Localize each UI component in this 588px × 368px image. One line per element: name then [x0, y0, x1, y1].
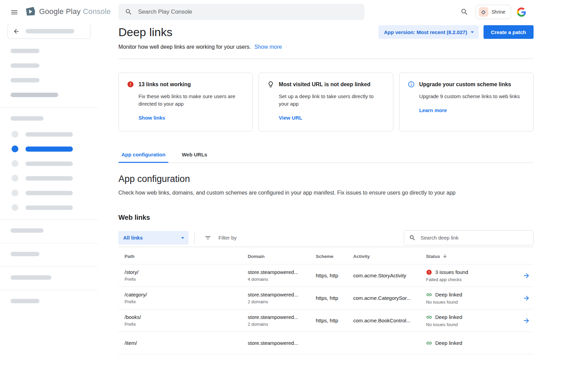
skeleton-bar [11, 116, 44, 121]
page-title: Deep links [118, 26, 173, 39]
domain-value: store.steampowered... [248, 340, 316, 346]
column-header-status[interactable]: Status [426, 248, 513, 264]
logo-text-primary: Google Play [39, 7, 81, 16]
card-body: Upgrade 9 custom scheme links to web lin… [419, 93, 525, 100]
skeleton-bar [26, 176, 73, 181]
global-search[interactable] [118, 4, 364, 20]
path-value: /category/ [125, 292, 248, 297]
app-version-dropdown[interactable]: App version: Most recent (8.2.027) [378, 25, 478, 39]
card-upgrade-scheme-links: Upgrade your custom scheme links Upgrade… [399, 73, 534, 132]
sidebar-item[interactable] [12, 189, 98, 196]
skeleton-bar [11, 299, 39, 303]
activity-value: com.acme.StoryActivity [353, 264, 426, 287]
skeleton-bar [26, 29, 74, 33]
skeleton-bar [11, 275, 51, 280]
search-icon [125, 8, 132, 16]
status-detail: No issues found [426, 300, 513, 305]
skeleton-dot [12, 131, 18, 138]
row-arrow-icon[interactable] [521, 271, 532, 281]
link-icon [426, 340, 432, 346]
card-body: Fix these web links to make sure users a… [138, 93, 244, 108]
path-type: Prefix [125, 299, 248, 304]
play-console-logo-icon [24, 6, 36, 17]
sidebar-item-selected[interactable] [12, 145, 98, 152]
table-toolbar: All links Filter by [118, 229, 534, 247]
status-value: 3 issues found [435, 269, 468, 275]
links-filter-value: All links [123, 235, 143, 241]
domain-count: 2 domains [248, 322, 316, 327]
main-content: Deep links App version: Most recent (8.2… [98, 24, 588, 368]
skeleton-bar [11, 49, 39, 53]
table-row[interactable]: /item/ store.steampowered... Deep linked [118, 332, 534, 354]
status-value: Deep linked [435, 314, 462, 320]
column-header-path[interactable]: Path [118, 248, 248, 264]
column-header-scheme[interactable]: Scheme [316, 248, 353, 264]
domain-count: 4 domains [248, 277, 316, 282]
sort-descending-icon[interactable] [442, 254, 447, 259]
link-icon [426, 314, 432, 320]
sidebar-divider [0, 243, 98, 243]
menu-icon[interactable] [10, 7, 19, 17]
sidebar-item[interactable] [12, 160, 98, 167]
table-row[interactable]: /books/Prefix store.steampowered...2 dom… [118, 309, 534, 332]
insight-cards: 13 links not working Fix these web links… [118, 73, 534, 132]
sidebar-divider [0, 266, 98, 267]
skeleton-dot [12, 145, 18, 152]
row-arrow-icon[interactable] [521, 293, 532, 303]
card-most-visited-url: Most visited URL is not deep linked Set … [259, 73, 393, 132]
table-row[interactable]: /story/Prefix store.steampowered...4 dom… [118, 264, 534, 287]
sidebar [0, 20, 98, 368]
domain-value: store.steampowered... [248, 269, 316, 275]
global-search-input[interactable] [137, 8, 358, 16]
sidebar-item[interactable] [12, 175, 98, 182]
section-title: App configuration [118, 174, 534, 184]
page-subtitle: Monitor how well deep links are working … [118, 44, 251, 50]
card-links-not-working: 13 links not working Fix these web links… [118, 73, 253, 132]
search-icon[interactable] [459, 6, 470, 17]
deep-link-search[interactable] [404, 230, 534, 245]
skeleton-dot [12, 204, 18, 211]
table-header-row: Path Domain Scheme Activity Status [118, 248, 534, 264]
scheme-value: https, http [316, 309, 353, 332]
sidebar-item[interactable] [12, 204, 98, 211]
chevron-down-icon [469, 28, 476, 36]
create-patch-button[interactable]: Create a patch [484, 25, 534, 39]
app-selector-chip[interactable]: ◇ Shrine [476, 5, 511, 19]
column-header-domain[interactable]: Domain [248, 248, 316, 264]
path-type: Prefix [125, 322, 248, 327]
skeleton-bar [11, 93, 58, 97]
skeleton-bar [26, 147, 73, 152]
card-title: 13 links not working [138, 81, 191, 88]
domain-value: store.steampowered... [248, 314, 316, 320]
links-filter-dropdown[interactable]: All links [118, 231, 189, 245]
status-detail: No issues found [426, 322, 513, 327]
table-row[interactable]: /category/Prefix store.steampowered...2 … [118, 287, 534, 309]
show-links-link[interactable]: Show links [138, 115, 165, 121]
skeleton-bar [11, 63, 39, 68]
show-more-link[interactable]: Show more [255, 44, 282, 50]
web-links-heading: Web links [118, 214, 534, 221]
tab-web-urls[interactable]: Web URLs [179, 147, 210, 163]
filter-by-label: Filter by [218, 235, 236, 241]
scheme-value: https, http [316, 287, 353, 309]
column-header-activity[interactable]: Activity [353, 248, 426, 264]
sidebar-item[interactable] [12, 131, 98, 138]
status-value: Deep linked [435, 292, 462, 297]
scheme-value [316, 332, 353, 354]
deep-link-search-input[interactable] [420, 234, 528, 241]
skeleton-bar [26, 162, 73, 166]
skeleton-bar [26, 205, 73, 210]
activity-value: com.acme.CategorySor... [353, 287, 426, 309]
shrine-app-icon: ◇ [479, 7, 488, 17]
learn-more-link[interactable]: Learn more [419, 107, 447, 113]
path-value: /item/ [125, 340, 248, 346]
row-arrow-icon[interactable] [521, 316, 532, 326]
back-button[interactable] [7, 24, 91, 39]
section-divider [118, 59, 534, 59]
view-url-link[interactable]: View URL [279, 115, 302, 121]
sidebar-divider [0, 219, 98, 220]
tab-app-configuration[interactable]: App configuration [118, 147, 168, 163]
filter-by-button[interactable]: Filter by [194, 231, 404, 245]
scheme-value: https, http [316, 264, 353, 287]
skeleton-dot [12, 189, 18, 196]
